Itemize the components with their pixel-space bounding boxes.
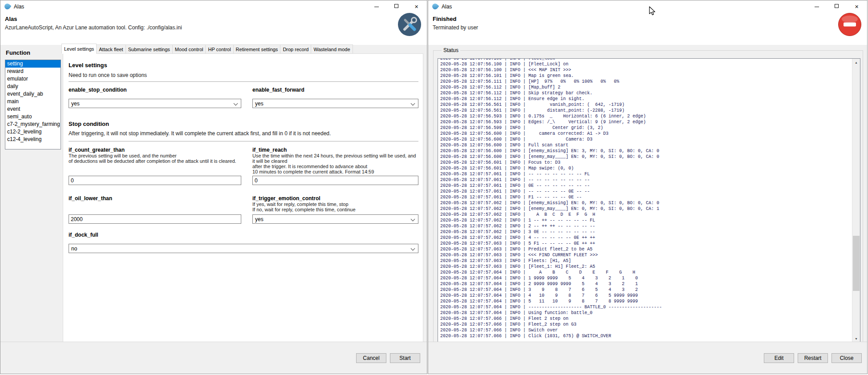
scrollbar-thumb[interactable] [853,236,860,291]
mouse-cursor-icon [649,6,656,16]
chevron-down-icon [411,246,415,251]
log-line: 2020-05-28 12:07:56.600 | INFO | [enemy_… [440,154,662,160]
log-line: 2020-05-28 12:07:56.599 | INFO | Center … [440,125,662,131]
function-list-item[interactable]: event_daily_ab [5,90,61,98]
close-footer-button[interactable]: Close [831,353,862,363]
log-line: 2020-05-28 12:07:57.066 | INFO | Fleet_2… [440,322,662,327]
log-line: 2020-05-28 12:07:56.111 | INFO | [HP] 97… [440,79,662,85]
if-count-greater-than-input[interactable] [69,176,241,185]
divider [69,81,418,82]
log-line: 2020-05-28 12:07:57.062 | INFO | A B C D… [440,212,662,218]
alas-logo-icon [431,2,439,10]
log-line: 2020-05-28 12:07:56.600 | INFO | [enemy_… [440,148,662,154]
log-line: 2020-05-28 12:07:57.061 | INFO | -- -- -… [440,171,662,177]
settings-tab[interactable]: HP control [206,44,233,54]
window-title: Alas [442,4,452,10]
settings-tab[interactable]: Drop record [280,44,311,54]
log-line: 2020-05-28 12:07:57.064 | INFO | 1 9999 … [440,275,662,281]
function-list-item[interactable]: c12-4_leveling [5,136,61,143]
log-line: 2020-05-28 12:07:57.062 | INFO | 3 0E --… [440,229,662,235]
level-settings-pane: Level settings Need to run once to save … [63,53,423,343]
maximize-button[interactable] [827,0,847,13]
if-trigger-emotion-control-label: if_trigger_emotion_control [252,195,418,202]
function-list[interactable]: settingrewardemulatordailyevent_daily_ab… [5,60,61,149]
log-line: 2020-05-28 12:07:56.100 | INFO | [Fleet_… [440,61,662,67]
log-line: 2020-05-28 12:07:56.100 | INFO | fleet_l… [440,58,662,61]
function-list-item[interactable]: semi_auto [5,113,61,121]
log-line: 2020-05-28 12:07:56.601 | INFO | Focus t… [440,160,662,165]
app-header: Alas AzurLaneAutoScript, An Azur Lane au… [0,13,427,45]
edit-button[interactable]: Edit [764,353,794,363]
log-line: 2020-05-28 12:07:57.063 | INFO | 5 F1 --… [440,241,662,246]
settings-tab[interactable]: Wasteland mode [311,44,353,54]
log-line: 2020-05-28 12:07:56.561 | INFO | vanish_… [440,102,662,108]
log-line: 2020-05-28 12:07:57.066 | INFO | Click (… [440,333,662,339]
log-line: 2020-05-28 12:07:56.112 | INFO | Skip st… [440,90,662,96]
settings-tab[interactable]: Level settings [61,44,97,54]
cancel-button[interactable]: Cancel [356,353,386,363]
titlebar[interactable]: Alas ✕ [0,0,427,13]
log-line: 2020-05-28 12:07:57.061 | INFO | -- -- -… [440,189,662,194]
function-list-item[interactable]: c12-2_leveling [5,128,61,136]
if-dock-full-dropdown[interactable]: no [69,244,418,253]
log-line: 2020-05-28 12:07:57.063 | INFO | <<< FIN… [440,252,662,258]
if-trigger-emotion-control-help: If yes, wait for reply, complete this ti… [252,202,418,212]
chevron-down-icon [411,101,415,106]
settings-tab[interactable]: Mood control [173,44,206,54]
close-button[interactable]: ✕ [406,0,426,13]
if-time-reach-input[interactable] [252,176,418,185]
enable-stop-condition-label: enable_stop_condition [69,87,241,93]
config-content: Function settingrewardemulatordailyevent… [0,45,427,342]
log-line: 2020-05-28 12:07:57.062 | INFO | 4 -- --… [440,235,662,241]
enable-fast-forward-dropdown[interactable]: yes [252,99,418,108]
if-trigger-emotion-control-dropdown[interactable]: yes [252,214,418,224]
function-list-item[interactable]: setting [5,60,61,68]
minimize-button[interactable] [366,0,386,13]
log-scrollbar[interactable]: ▲ ▼ [852,59,860,343]
enable-stop-condition-dropdown[interactable]: yes [69,99,241,108]
status-footer: Edit Restart Close [428,342,867,374]
function-list-item[interactable]: emulator [5,75,61,83]
function-list-item[interactable]: daily [5,83,61,90]
status-window: Alas ✕ Finished Terminated by user Statu… [428,0,868,374]
log-line: 2020-05-28 12:07:57.061 | INFO | -- -- -… [440,177,662,183]
log-line: 2020-05-28 12:07:56.112 | INFO | Ensure … [440,96,662,102]
log-line: 2020-05-28 12:07:57.064 | INFO | -------… [440,304,662,310]
status-content: Status 2020-05-28 12:07:56.100 | INFO | … [428,45,867,342]
if-oil-lower-than-input[interactable] [69,214,241,224]
function-list-item[interactable]: main [5,98,61,105]
log-line: 2020-05-28 12:07:57.063 | INFO | [Fleet_… [440,264,662,270]
close-button[interactable]: ✕ [847,0,867,13]
app-subtitle: AzurLaneAutoScript, An Azur Lane automat… [5,24,182,31]
finished-title: Finished [433,16,456,22]
function-list-item[interactable]: reward [5,68,61,75]
settings-tab[interactable]: Retirement settings [234,44,281,54]
app-title: Alas [5,16,17,22]
if-dock-full-label: if_dock_full [69,232,241,238]
section-title-stop-condition: Stop condition [69,121,109,127]
log-output[interactable]: 2020-05-28 12:07:56.100 | INFO | fleet_l… [438,58,860,343]
log-line: 2020-05-28 12:07:57.064 | INFO | Using f… [440,310,662,316]
function-list-item[interactable]: c7-2_mystery_farming [5,121,61,128]
chevron-down-icon [234,101,238,106]
config-window: Alas ✕ Alas AzurLaneAutoScript, An Azur … [0,0,427,374]
if-time-reach-help: Use the time within the next 24 hours, t… [252,153,418,174]
titlebar[interactable]: Alas ✕ [428,0,867,13]
log-line: 2020-05-28 12:07:57.062 | INFO | 2 -- ++… [440,223,662,229]
window-title: Alas [14,4,24,10]
settings-tab[interactable]: Submarine settings [126,44,173,54]
start-button[interactable]: Start [390,353,420,363]
maximize-button[interactable] [386,0,406,13]
minimize-button[interactable] [807,0,827,13]
log-line: 2020-05-28 12:07:57.063 | INFO | Predict… [440,246,662,252]
log-line: 2020-05-28 12:07:57.066 | INFO | Switch … [440,327,662,333]
scrollbar-up-icon[interactable]: ▲ [852,59,860,66]
restart-button[interactable]: Restart [798,353,828,363]
log-line: 2020-05-28 12:07:57.062 | INFO | [enemy_… [440,200,662,206]
settings-tabs: Level settingsAttack fleetSubmarine sett… [61,44,353,54]
function-list-item[interactable]: event [5,105,61,113]
divider [69,141,418,141]
enable-fast-forward-label: enable_fast_forward [252,87,418,93]
log-line: 2020-05-28 12:07:57.062 | INFO | 1 -- ++… [440,218,662,223]
settings-tab[interactable]: Attack fleet [97,44,126,54]
